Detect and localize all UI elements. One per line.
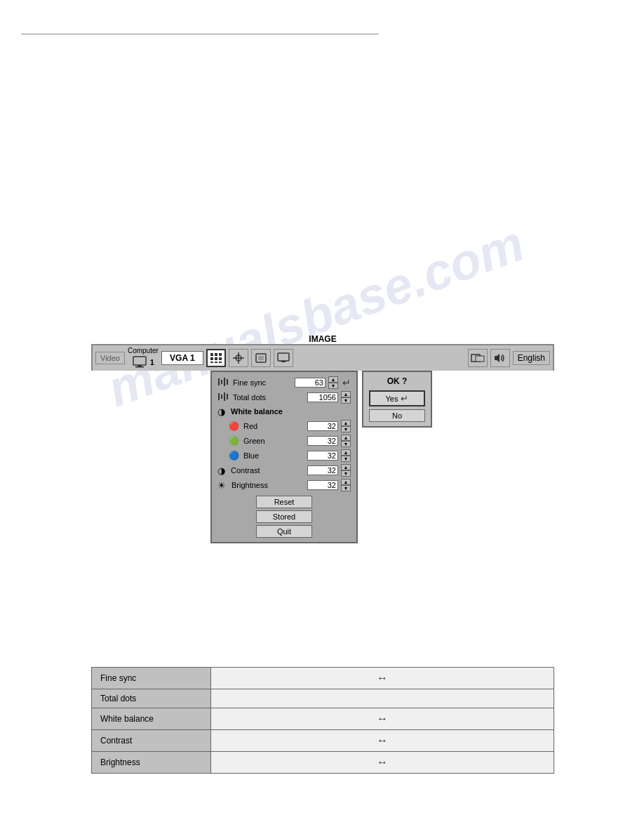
svg-rect-25	[227, 379, 228, 385]
green-up[interactable]: ▲	[341, 435, 351, 441]
contrast-down[interactable]: ▼	[341, 470, 351, 477]
svg-rect-3	[210, 353, 213, 356]
fine-sync-up[interactable]: ▲	[328, 376, 338, 383]
screen-icon-btn[interactable]	[274, 349, 293, 367]
reset-button[interactable]: Reset	[256, 496, 312, 508]
brightness-up[interactable]: ▲	[341, 479, 351, 485]
blue-row: 🔵 Blue 32 ▲ ▼	[217, 449, 351, 462]
red-icon: 🔴	[229, 421, 239, 431]
total-dots-row: Total dots 1056 ▲ ▼	[217, 391, 351, 404]
svg-rect-6	[210, 357, 213, 360]
table-row: Brightness ↔	[92, 752, 554, 774]
svg-rect-18	[281, 361, 286, 362]
svg-rect-28	[224, 392, 225, 401]
total-dots-icon	[217, 392, 229, 403]
image-panel: Fine sync 63 ▲ ▼ ↵	[210, 371, 358, 543]
red-down[interactable]: ▼	[341, 426, 351, 432]
svg-rect-27	[221, 395, 222, 399]
arrow-icon: ↔	[377, 672, 388, 684]
no-label: No	[392, 411, 402, 420]
quit-button[interactable]: Quit	[256, 525, 312, 538]
svg-rect-22	[218, 378, 220, 385]
ok-dialog: OK ? Yes ↵ No	[362, 371, 432, 428]
svg-rect-0	[133, 357, 146, 365]
fine-sync-icon	[217, 377, 229, 388]
green-icon: 🟢	[229, 436, 239, 446]
arrow-icon: ↔	[377, 734, 388, 746]
osd-area: IMAGE Video Computer 1 VGA 1	[91, 344, 554, 543]
red-spinner[interactable]: ▲ ▼	[341, 420, 351, 432]
total-dots-spinner[interactable]: ▲ ▼	[341, 391, 351, 404]
video-button[interactable]: Video	[95, 352, 125, 364]
svg-rect-9	[210, 362, 213, 363]
fine-sync-row: Fine sync 63 ▲ ▼ ↵	[217, 376, 351, 389]
contrast-spinner[interactable]: ▲ ▼	[341, 464, 351, 477]
aspect-icon-btn[interactable]	[468, 349, 488, 367]
screen-icon	[277, 352, 290, 364]
speaker-icon	[493, 352, 507, 364]
total-dots-down[interactable]: ▼	[341, 397, 351, 404]
table-cell-value: ↔	[211, 730, 554, 752]
green-down[interactable]: ▼	[341, 441, 351, 447]
sound-icon-btn[interactable]	[490, 349, 510, 367]
arrow-icon: ↔	[377, 756, 388, 768]
image-panel-container: Fine sync 63 ▲ ▼ ↵	[210, 371, 432, 543]
fine-sync-spinner[interactable]: ▲ ▼	[328, 376, 338, 389]
svg-rect-1	[137, 365, 142, 366]
brightness-spinner[interactable]: ▲ ▼	[341, 479, 351, 491]
vga-label: VGA 1	[161, 351, 203, 365]
contrast-label: Contrast	[231, 466, 304, 475]
blue-label: Blue	[243, 451, 304, 460]
brightness-down[interactable]: ▼	[341, 485, 351, 491]
total-dots-up[interactable]: ▲	[341, 391, 351, 397]
brightness-label: Brightness	[232, 481, 304, 489]
stored-button[interactable]: Stored	[256, 510, 312, 523]
position-icon-btn[interactable]	[229, 349, 248, 367]
svg-rect-24	[224, 378, 225, 386]
blue-spinner[interactable]: ▲ ▼	[341, 449, 351, 462]
resize-icon-btn[interactable]	[251, 349, 271, 367]
computer-section: Computer 1	[128, 347, 159, 369]
fine-sync-svg	[217, 377, 229, 387]
svg-rect-10	[215, 362, 217, 363]
red-label: Red	[243, 422, 304, 430]
table-row: Fine sync ↔	[92, 668, 554, 689]
english-button[interactable]: English	[513, 351, 550, 365]
toolbar: IMAGE Video Computer 1 VGA 1	[91, 344, 554, 371]
red-up[interactable]: ▲	[341, 420, 351, 426]
toolbar-image-title: IMAGE	[309, 334, 336, 344]
svg-rect-17	[278, 353, 289, 361]
contrast-up[interactable]: ▲	[341, 464, 351, 470]
fine-sync-label: Fine sync	[233, 378, 292, 387]
brightness-value: 32	[307, 480, 338, 490]
white-balance-icon: ◑	[217, 406, 225, 417]
white-balance-row: ◑ White balance	[217, 406, 351, 418]
contrast-icon: ◑	[217, 465, 225, 476]
svg-rect-11	[219, 362, 222, 363]
table-row: White balance ↔	[92, 708, 554, 730]
monitor-icon	[132, 355, 149, 369]
brightness-row: ☀ Brightness 32 ▲ ▼	[217, 479, 351, 491]
brightness-icon: ☀	[217, 480, 226, 491]
table-cell-label: Fine sync	[92, 668, 211, 689]
bottom-table: Fine sync ↔ Total dots White balance ↔ C…	[91, 667, 554, 774]
blue-up[interactable]: ▲	[341, 449, 351, 456]
white-balance-label: White balance	[231, 407, 283, 416]
table-cell-value	[211, 689, 554, 708]
panel-buttons: Reset Stored Quit	[217, 496, 351, 538]
svg-rect-2	[135, 366, 144, 368]
yes-button[interactable]: Yes ↵	[369, 390, 425, 406]
arrow-icon: ↔	[377, 713, 388, 724]
grid-icon	[210, 352, 222, 364]
green-spinner[interactable]: ▲ ▼	[341, 435, 351, 447]
svg-rect-29	[227, 394, 228, 399]
computer-icon-row: 1	[132, 355, 154, 369]
blue-down[interactable]: ▼	[341, 456, 351, 462]
svg-rect-16	[258, 356, 264, 360]
image-icon-btn[interactable]	[206, 349, 226, 367]
no-button[interactable]: No	[369, 409, 425, 422]
red-row: 🔴 Red 32 ▲ ▼	[217, 420, 351, 432]
panel-row: Fine sync 63 ▲ ▼ ↵	[91, 371, 554, 543]
fine-sync-value: 63	[295, 378, 326, 388]
fine-sync-down[interactable]: ▼	[328, 383, 338, 389]
